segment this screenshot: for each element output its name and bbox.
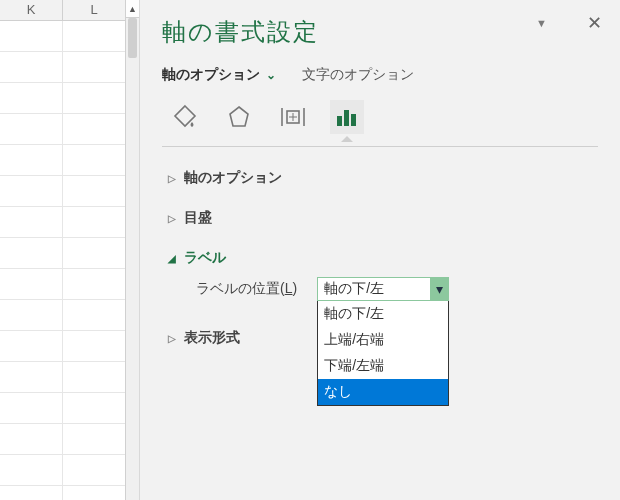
- table-row[interactable]: [0, 145, 139, 176]
- table-row[interactable]: [0, 83, 139, 114]
- scroll-up-button[interactable]: ▲: [126, 0, 139, 18]
- spreadsheet-area: K L ▲: [0, 0, 140, 500]
- svg-rect-6: [337, 116, 342, 126]
- table-row[interactable]: [0, 393, 139, 424]
- format-axis-pane: ▼ ✕ 軸の書式設定 軸のオプション ⌄ 文字のオプション: [140, 0, 620, 500]
- table-row[interactable]: [0, 300, 139, 331]
- effects-icon[interactable]: [222, 100, 256, 134]
- section-tick-marks[interactable]: ▷ 目盛: [162, 203, 598, 233]
- section-axis-options[interactable]: ▷ 軸のオプション: [162, 163, 598, 193]
- grid-rows: [0, 21, 139, 500]
- table-row[interactable]: [0, 176, 139, 207]
- section-labels-body: ラベルの位置(L) 軸の下/左 ▾ 軸の下/左 上端/右端: [168, 273, 598, 313]
- option-tabs: 軸のオプション ⌄ 文字のオプション: [162, 66, 598, 84]
- section-axis-options-label: 軸のオプション: [184, 169, 282, 187]
- triangle-right-icon: ▷: [168, 173, 176, 184]
- table-row[interactable]: [0, 238, 139, 269]
- table-row[interactable]: [0, 424, 139, 455]
- table-row[interactable]: [0, 269, 139, 300]
- category-icon-row: [162, 100, 598, 134]
- tab-text-options[interactable]: 文字のオプション: [302, 66, 414, 84]
- dropdown-option[interactable]: 下端/左端: [318, 353, 448, 379]
- label-position-value: 軸の下/左: [318, 278, 430, 300]
- table-row[interactable]: [0, 486, 139, 500]
- fill-icon[interactable]: [168, 100, 202, 134]
- column-header-k[interactable]: K: [0, 0, 63, 20]
- table-row[interactable]: [0, 331, 139, 362]
- vertical-scrollbar[interactable]: ▲: [125, 0, 139, 500]
- column-header-l[interactable]: L: [63, 0, 126, 20]
- triangle-right-icon: ▷: [168, 333, 176, 344]
- svg-marker-0: [230, 107, 248, 126]
- triangle-down-icon: ◢: [168, 253, 176, 264]
- table-row[interactable]: [0, 362, 139, 393]
- label-position-dropdown: 軸の下/左 上端/右端 下端/左端 なし: [317, 301, 449, 406]
- svg-rect-7: [344, 110, 349, 126]
- scroll-thumb[interactable]: [128, 18, 137, 58]
- dropdown-option[interactable]: 軸の下/左: [318, 301, 448, 327]
- chart-icon[interactable]: [330, 100, 364, 134]
- row-separator: [162, 146, 598, 147]
- tab-axis-options-label: 軸のオプション: [162, 66, 260, 84]
- table-row[interactable]: [0, 114, 139, 145]
- tab-axis-options[interactable]: 軸のオプション ⌄: [162, 66, 276, 84]
- section-labels[interactable]: ◢ ラベル ラベルの位置(L) 軸の下/左 ▾: [162, 243, 598, 313]
- label-position-combo-wrap: 軸の下/左 ▾ 軸の下/左 上端/右端 下端/左端 なし: [317, 277, 449, 301]
- chevron-down-icon: ⌄: [266, 68, 276, 82]
- dropdown-option[interactable]: なし: [318, 379, 448, 405]
- section-tick-marks-label: 目盛: [184, 209, 212, 227]
- svg-rect-8: [351, 114, 356, 126]
- size-icon[interactable]: [276, 100, 310, 134]
- table-row[interactable]: [0, 207, 139, 238]
- close-icon[interactable]: ✕: [587, 14, 602, 32]
- column-headers: K L: [0, 0, 139, 21]
- pane-menu-dropdown-icon[interactable]: ▼: [536, 17, 547, 29]
- triangle-right-icon: ▷: [168, 213, 176, 224]
- label-position-combo[interactable]: 軸の下/左 ▾: [317, 277, 449, 301]
- label-position-label: ラベルの位置(L): [196, 277, 297, 298]
- pane-title: 軸の書式設定: [162, 16, 598, 48]
- section-number-format-label: 表示形式: [184, 329, 240, 347]
- dropdown-option[interactable]: 上端/右端: [318, 327, 448, 353]
- table-row[interactable]: [0, 21, 139, 52]
- caret-down-icon: ▾: [436, 281, 443, 297]
- table-row[interactable]: [0, 455, 139, 486]
- tab-text-options-label: 文字のオプション: [302, 66, 414, 84]
- section-labels-label: ラベル: [184, 249, 226, 267]
- table-row[interactable]: [0, 52, 139, 83]
- combo-dropdown-button[interactable]: ▾: [430, 278, 448, 300]
